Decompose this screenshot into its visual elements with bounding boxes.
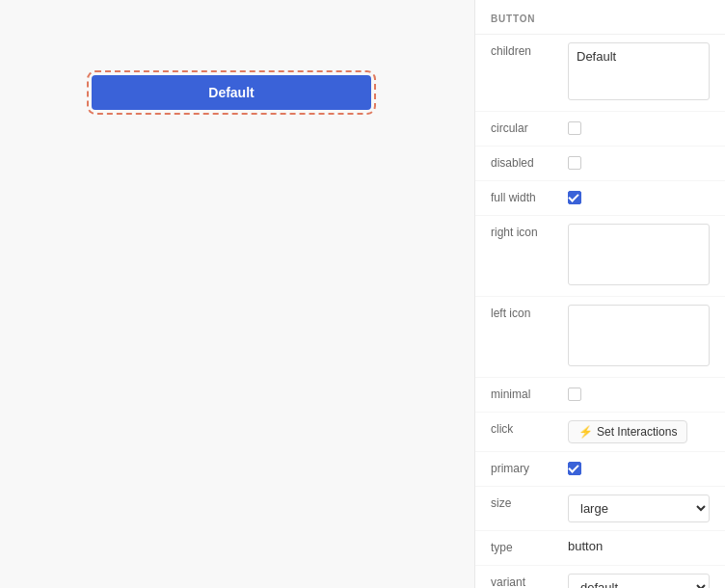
left-icon-textarea[interactable] — [568, 305, 710, 366]
prop-row-left-icon: left icon — [475, 297, 725, 378]
bolt-icon: ⚡ — [578, 425, 593, 439]
minimal-checkbox[interactable] — [568, 388, 581, 401]
right-icon-label: right icon — [491, 224, 568, 239]
minimal-label: minimal — [491, 386, 568, 401]
disabled-value-wrapper — [568, 154, 710, 173]
panel-title: BUTTON — [475, 0, 725, 35]
disabled-label: disabled — [491, 154, 568, 170]
full-width-label: full width — [491, 189, 568, 204]
variant-select[interactable]: default outlined ghost — [568, 574, 710, 588]
prop-row-click: click ⚡ Set Interactions — [475, 413, 725, 452]
children-label: children — [491, 42, 568, 58]
click-label: click — [491, 420, 568, 436]
primary-label: primary — [491, 460, 568, 475]
size-value-wrapper: small medium large xlarge — [568, 494, 710, 522]
prop-row-primary: primary — [475, 452, 725, 487]
prop-row-circular: circular — [475, 112, 725, 147]
type-value-wrapper: button — [568, 539, 710, 553]
circular-checkbox[interactable] — [568, 121, 581, 135]
size-label: size — [491, 494, 568, 510]
children-value-wrapper: Default — [568, 42, 710, 103]
left-icon-value-wrapper — [568, 305, 710, 369]
click-value-wrapper: ⚡ Set Interactions — [568, 420, 710, 443]
children-textarea[interactable]: Default — [568, 42, 710, 100]
circular-value-wrapper — [568, 120, 710, 138]
full-width-checkbox[interactable] — [568, 191, 581, 204]
prop-row-size: size small medium large xlarge — [475, 487, 725, 531]
set-interactions-button[interactable]: ⚡ Set Interactions — [568, 420, 687, 443]
prop-row-right-icon: right icon — [475, 216, 725, 297]
prop-row-full-width: full width — [475, 181, 725, 216]
primary-value-wrapper — [568, 460, 710, 478]
right-icon-value-wrapper — [568, 224, 710, 288]
disabled-checkbox[interactable] — [568, 156, 581, 170]
prop-row-children: children Default — [475, 35, 725, 112]
type-value: button — [568, 537, 603, 553]
size-select[interactable]: small medium large xlarge — [568, 494, 710, 522]
set-interactions-label: Set Interactions — [597, 425, 677, 439]
prop-row-type: type button — [475, 531, 725, 566]
variant-value-wrapper: default outlined ghost — [568, 574, 710, 588]
prop-row-variant: variant default outlined ghost — [475, 566, 725, 588]
type-label: type — [491, 539, 568, 554]
canvas-area: Default — [0, 0, 474, 588]
primary-checkbox[interactable] — [568, 462, 581, 475]
preview-button-wrapper: Default — [92, 75, 371, 110]
preview-button[interactable]: Default — [92, 75, 371, 110]
circular-label: circular — [491, 120, 568, 135]
left-icon-label: left icon — [491, 305, 568, 320]
properties-panel: BUTTON children Default circular disable… — [474, 0, 725, 588]
prop-row-minimal: minimal — [475, 378, 725, 413]
right-icon-textarea[interactable] — [568, 224, 710, 285]
minimal-value-wrapper — [568, 386, 710, 404]
variant-label: variant — [491, 574, 568, 588]
full-width-value-wrapper — [568, 189, 710, 207]
prop-row-disabled: disabled — [475, 147, 725, 181]
